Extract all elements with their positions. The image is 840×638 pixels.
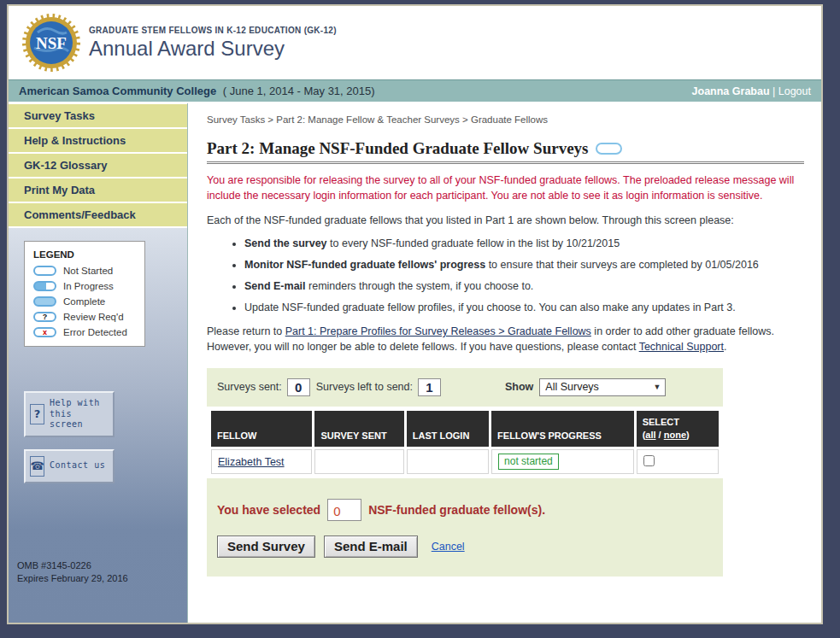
technical-support-link[interactable]: Technical Support (639, 341, 724, 353)
surveys-sent-value: 0 (287, 378, 310, 396)
send-survey-button[interactable]: Send Survey (217, 536, 315, 558)
sidebar-item-help-instructions[interactable]: Help & Instructions (9, 129, 187, 154)
org-bar: American Samoa Community College ( June … (9, 79, 821, 103)
fellow-select-checkbox[interactable] (643, 455, 655, 466)
contact-button-label: Contact us (50, 460, 105, 471)
select-none-link[interactable]: none (664, 430, 686, 440)
fellow-name-link[interactable]: Elizabeth Test (218, 456, 285, 468)
page-title: Part 2: Manage NSF-Funded Graduate Fello… (207, 139, 588, 158)
chevron-down-icon: ▼ (653, 383, 661, 391)
return-paragraph: Please return to Part 1: Prepare Profile… (207, 325, 804, 355)
org-info: American Samoa Community College ( June … (19, 85, 375, 97)
progress-cell: not started (491, 449, 634, 474)
legend-not-started-icon (33, 266, 56, 276)
sidebar-item-gk12-glossary[interactable]: GK-12 Glossary (9, 154, 187, 179)
legend-complete-icon (33, 296, 56, 307)
program-name: GRADUATE STEM FELLOWS IN K-12 EDUCATION … (89, 26, 337, 35)
survey-panel: Surveys sent: 0 Surveys left to send: 1 … (207, 368, 723, 577)
omb-notice: OMB #3145-0226 Expires February 29, 2016 (17, 559, 187, 585)
legend-label-complete: Complete (63, 296, 105, 307)
sidebar: Survey Tasks Help & Instructions GK-12 G… (9, 103, 188, 623)
col-header-select: SELECT (all / none) (637, 411, 719, 448)
send-email-button[interactable]: Send E-mail (324, 536, 418, 558)
last-login-cell (407, 449, 489, 474)
select-all-link[interactable]: all (645, 430, 655, 440)
part1-link[interactable]: Part 1: Prepare Profiles for Survey Rele… (285, 325, 591, 337)
help-with-screen-button[interactable]: ? Help with this screen (24, 391, 115, 437)
col-header-fellow: FELLOW (211, 411, 312, 448)
user-name: Joanna Grabau (692, 85, 770, 97)
user-separator: | (770, 85, 778, 97)
sidebar-item-comments-feedback[interactable]: Comments/Feedback (9, 203, 187, 228)
fellows-table: FELLOW SURVEY SENT LAST LOGIN FELLOW'S P… (209, 408, 721, 477)
task-item: Send E-mail reminders through the system… (244, 279, 804, 295)
omb-expiry: Expires February 29, 2016 (17, 572, 187, 585)
task-item: Monitor NSF-funded graduate fellows' pro… (244, 258, 804, 273)
task-item: Update NSF-funded graduate fellow profil… (244, 301, 804, 316)
intro-paragraph: Each of the NSF-funded graduate fellows … (207, 214, 804, 229)
legend-review-icon: ? (33, 312, 56, 322)
selected-count-input[interactable] (327, 499, 361, 521)
legend-label-in-progress: In Progress (63, 281, 114, 291)
org-period: ( June 1, 2014 - May 31, 2015) (223, 85, 375, 97)
survey-sent-cell (314, 449, 403, 474)
show-selected-value: All Surveys (545, 381, 599, 393)
show-surveys-select[interactable]: All Surveys ▼ (539, 378, 666, 396)
select-cell (637, 449, 719, 474)
nsf-logo: NSF (22, 14, 80, 72)
question-icon: ? (30, 404, 44, 424)
application-window: NSF GRADUATE STEM FELLOWS IN K-12 EDUCAT… (7, 4, 823, 624)
show-label: Show (505, 381, 533, 393)
help-button-label: Help with this screen (50, 398, 109, 430)
logout-link[interactable]: Logout (778, 85, 811, 97)
legend-in-progress-icon (33, 281, 56, 291)
app-header: NSF GRADUATE STEM FELLOWS IN K-12 EDUCAT… (9, 6, 821, 79)
app-title: Annual Award Survey (89, 37, 337, 61)
legend-label-review: Review Req'd (63, 312, 124, 322)
status-badge: not started (498, 454, 559, 470)
return-text: Please return to (207, 325, 285, 337)
fellows-table-wrap: FELLOW SURVEY SENT LAST LOGIN FELLOW'S P… (207, 407, 723, 479)
col-header-progress: FELLOW'S PROGRESS (491, 411, 634, 448)
legend-box: LEGEND Not Started In Progress Complete … (24, 241, 145, 347)
legend-label-error: Error Detected (63, 327, 127, 337)
contact-us-button[interactable]: ☎ Contact us (24, 449, 115, 483)
legend-title: LEGEND (33, 249, 136, 260)
task-list: Send the survey to every NSF-funded grad… (244, 237, 804, 315)
breadcrumb: Survey Tasks > Part 2: Manage Fellow & T… (207, 114, 804, 125)
org-name: American Samoa Community College (19, 85, 216, 97)
status-pill-not-started-icon (596, 143, 622, 155)
sidebar-menu: Survey Tasks Help & Instructions GK-12 G… (9, 103, 187, 228)
surveys-left-value: 1 (418, 378, 441, 396)
surveys-left-label: Surveys left to send: (316, 381, 413, 393)
table-row: Elizabeth Test not started (211, 449, 719, 474)
legend-error-icon: x (33, 327, 56, 337)
col-header-last-login: LAST LOGIN (407, 411, 489, 448)
sidebar-item-survey-tasks[interactable]: Survey Tasks (9, 104, 187, 129)
cancel-link[interactable]: Cancel (432, 541, 465, 553)
selected-count-before: You have selected (217, 503, 320, 517)
selected-count-after: NSF-funded graduate fellow(s). (368, 503, 545, 517)
main-content: Survey Tasks > Part 2: Manage Fellow & T… (188, 103, 821, 623)
omb-number: OMB #3145-0226 (17, 559, 187, 572)
surveys-sent-label: Surveys sent: (217, 381, 282, 393)
col-header-survey-sent: SURVEY SENT (314, 411, 403, 448)
svg-text:NSF: NSF (36, 34, 67, 52)
legend-label-not-started: Not Started (63, 266, 113, 276)
phone-icon: ☎ (30, 456, 44, 477)
sidebar-item-print-my-data[interactable]: Print My Data (9, 179, 187, 203)
warning-paragraph: You are responsible for releasing the su… (207, 173, 804, 204)
task-item: Send the survey to every NSF-funded grad… (244, 237, 804, 252)
return-text: . (724, 341, 726, 353)
